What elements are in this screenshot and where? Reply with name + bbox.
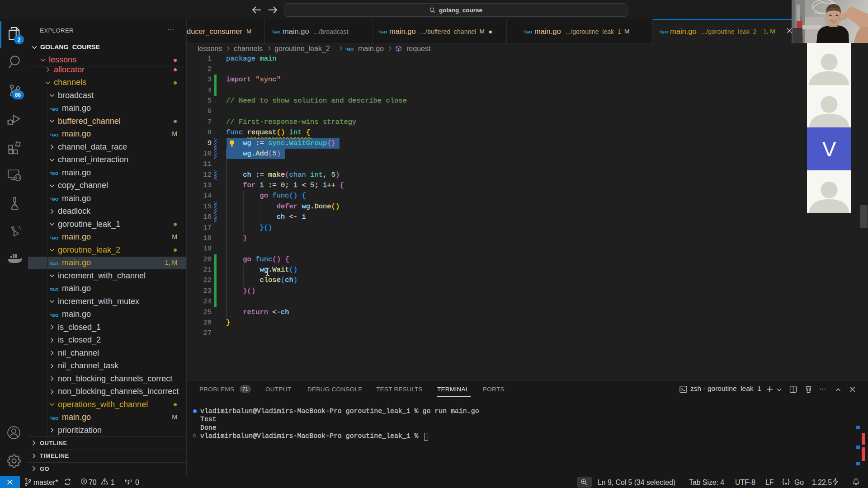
svg-text:GO: GO	[52, 235, 59, 240]
svg-text:GO: GO	[661, 29, 668, 34]
svg-text:GO: GO	[347, 47, 354, 52]
svg-text:GO: GO	[52, 132, 59, 137]
svg-text:GO: GO	[52, 261, 59, 266]
svg-text:GO: GO	[52, 287, 59, 292]
svg-text:GO: GO	[526, 29, 533, 34]
svg-text:GO: GO	[274, 29, 281, 34]
svg-text:GO: GO	[52, 197, 59, 202]
svg-text:GO: GO	[52, 313, 59, 318]
svg-text:GO: GO	[381, 29, 387, 34]
svg-text:GO: GO	[52, 171, 59, 176]
svg-text:GO: GO	[52, 416, 59, 421]
svg-text:GO: GO	[52, 107, 59, 112]
